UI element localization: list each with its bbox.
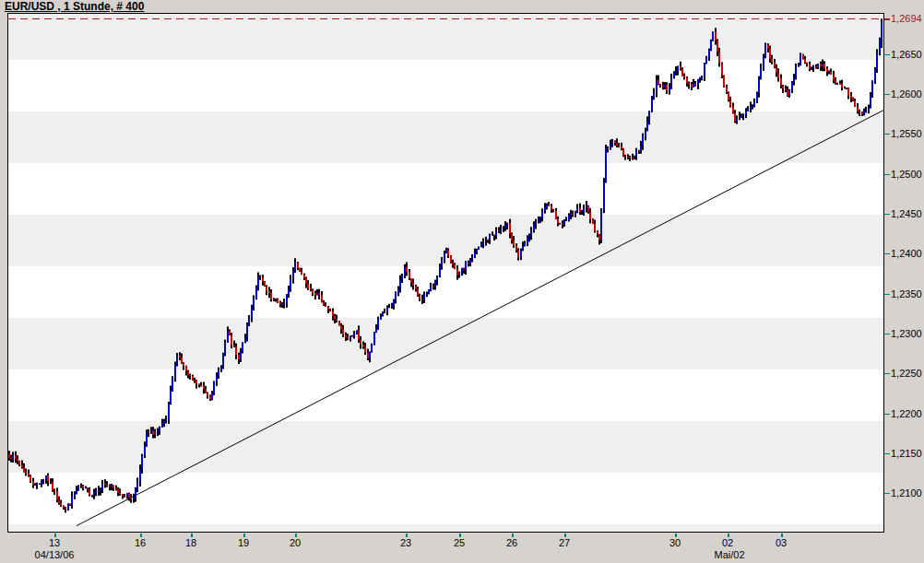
x-axis-label: 27 [559,537,570,548]
x-axis-label: 26 [506,537,517,548]
x-axis-label: 25 [454,537,465,548]
y-axis-label: 1,2100 [891,487,922,498]
x-axis-date-label: 04/13/06 [35,549,75,560]
y-axis-tick [884,493,890,494]
y-axis-label: 1,2400 [891,248,922,259]
y-axis-tick [884,373,890,374]
y-axis-tick [884,214,890,215]
plot-area [7,13,884,533]
y-axis-tick [884,334,890,334]
chart-title: EUR/USD , 1 Stunde, # 400 [5,0,144,13]
y-axis-label: 1,2650 [891,49,922,60]
x-axis-label: 20 [290,537,301,548]
chart-window: { "window": { "title": "EUR/USD , 1 Stun… [0,0,924,563]
x-axis-label: 13 [49,537,60,548]
y-axis-label: 1,2350 [891,288,922,299]
x-axis-date-label: Mai/02 [714,549,744,560]
x-axis-label: 03 [776,537,787,548]
y-axis-tick [884,134,890,135]
last-price-tick [884,18,890,20]
candlestick-chart-canvas[interactable] [7,13,884,533]
y-axis-label: 1,2500 [891,169,922,180]
y-axis-tick [884,54,890,55]
y-axis-label: 1,2250 [891,368,922,379]
x-axis-label: 23 [400,537,411,548]
y-axis-tick [884,414,890,415]
y-axis-tick [884,453,890,454]
x-axis-label: 02 [722,537,733,548]
x-axis-label: 19 [238,537,249,548]
y-axis-tick [884,174,890,175]
y-axis-label: 1,2300 [891,328,922,339]
y-axis-label: 1,2150 [891,448,922,459]
y-axis-label: 1,2200 [891,408,922,419]
last-price-label: 1,2694 [891,13,922,24]
x-axis-label: 18 [185,537,196,548]
y-axis-label: 1,2550 [891,128,922,139]
y-axis-label: 1,2450 [891,208,922,219]
x-axis-label: 30 [669,537,681,548]
y-axis-tick [884,253,890,254]
y-axis-label: 1,2600 [891,88,922,100]
y-axis-tick [884,94,890,95]
y-axis-tick [884,294,890,295]
x-axis-label: 16 [135,537,146,548]
